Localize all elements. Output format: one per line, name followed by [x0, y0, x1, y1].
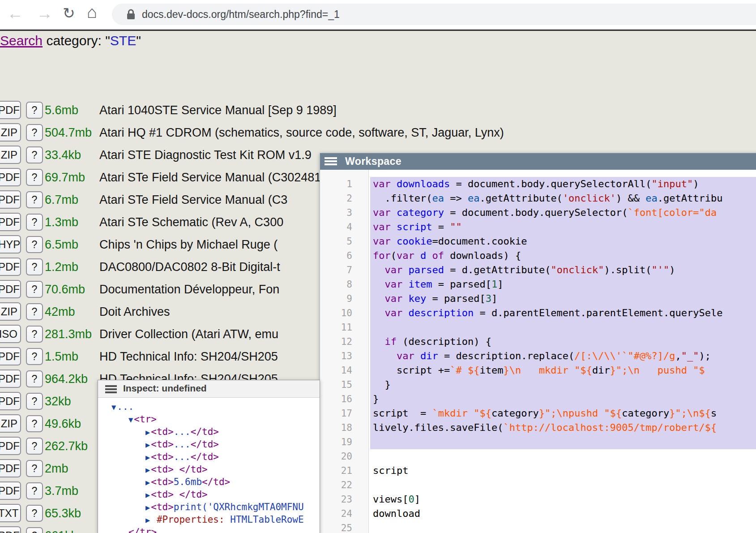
line-number: 16 — [320, 392, 368, 406]
filetype-button[interactable]: ISO — [0, 325, 21, 343]
file-size: 42mb — [45, 305, 75, 319]
home-icon[interactable]: ⌂ — [87, 1, 97, 23]
file-title: Chips 'n Chips by Michael Ruge ( — [99, 238, 278, 252]
refresh-icon[interactable]: ↻ — [63, 3, 75, 24]
help-button[interactable]: ? — [26, 102, 43, 119]
filetype-button[interactable]: PDF — [0, 459, 21, 477]
code-line[interactable]: } — [370, 378, 756, 392]
help-button[interactable]: ? — [26, 393, 43, 410]
code-line[interactable]: var downloads = document.body.querySelec… — [370, 177, 756, 191]
code-line[interactable]: var key = parsed[3] — [370, 292, 756, 306]
code-line[interactable] — [370, 449, 756, 464]
code-line[interactable]: script = `mkdir "${category}";\npushd "$… — [370, 406, 756, 421]
help-button[interactable]: ? — [26, 214, 43, 231]
code-line[interactable]: var item = parsed[1] — [370, 277, 756, 292]
expand-arrow-icon[interactable]: ▶ — [145, 465, 150, 474]
expand-arrow-icon[interactable]: ▶ — [145, 428, 150, 437]
filetype-button[interactable]: ZIP — [0, 123, 21, 142]
help-button[interactable]: ? — [26, 124, 43, 141]
code-line[interactable]: var dir = description.replace(/[:\/\\'`"… — [370, 349, 756, 363]
code-line[interactable]: } — [370, 392, 756, 406]
help-button[interactable]: ? — [26, 370, 43, 387]
workspace-titlebar[interactable]: Workspace — [320, 153, 756, 170]
help-button[interactable]: ? — [26, 505, 43, 522]
filetype-button[interactable]: ZIP — [0, 302, 21, 321]
expand-arrow-icon[interactable]: ▶ — [145, 516, 150, 524]
help-button[interactable]: ? — [26, 482, 43, 499]
expand-arrow-icon[interactable]: ▶ — [145, 478, 150, 487]
help-button[interactable]: ? — [26, 191, 43, 208]
filetype-button[interactable]: PDF — [0, 190, 21, 209]
help-button[interactable]: ? — [26, 326, 43, 343]
line-number: 25 — [320, 521, 368, 533]
help-button[interactable]: ? — [26, 146, 43, 163]
url-text: docs.dev-docs.org/htm/search.php?find=_1 — [142, 9, 340, 21]
code-line[interactable]: var category = document.body.querySelect… — [370, 206, 756, 220]
code-line[interactable] — [370, 478, 756, 492]
editor-gutter: 1234567891011121314151617181920212223242… — [320, 170, 369, 533]
code-line[interactable]: var script = "" — [370, 220, 756, 234]
help-button[interactable]: ? — [26, 236, 43, 253]
code-line[interactable]: script — [370, 464, 756, 478]
file-size: 65.3kb — [45, 507, 81, 520]
code-line[interactable]: download — [370, 507, 756, 521]
code-line[interactable]: for(var d of downloads) { — [370, 249, 756, 263]
collapse-arrow-icon[interactable]: ▼ — [111, 403, 116, 412]
menu-icon[interactable] — [325, 157, 337, 167]
help-button[interactable]: ? — [26, 348, 43, 365]
help-button[interactable]: ? — [26, 527, 43, 533]
search-link[interactable]: Search — [0, 33, 43, 48]
filetype-button[interactable]: PDF — [0, 258, 21, 276]
collapse-arrow-icon[interactable]: ▼ — [128, 415, 133, 424]
file-size: 262.7kb — [45, 439, 88, 453]
file-row: ZIP?504.7mbAtari HQ #1 CDROM (schematics… — [0, 121, 756, 143]
expand-arrow-icon[interactable]: ▶ — [145, 490, 150, 499]
expand-arrow-icon[interactable]: ▶ — [145, 440, 150, 449]
help-button[interactable]: ? — [26, 169, 43, 186]
code-editor[interactable]: 1234567891011121314151617181920212223242… — [320, 170, 756, 533]
help-button[interactable]: ? — [26, 258, 43, 275]
address-bar[interactable]: docs.dev-docs.org/htm/search.php?find=_1 — [112, 4, 756, 25]
filetype-button[interactable]: ZIP — [0, 146, 21, 164]
help-button[interactable]: ? — [26, 303, 43, 320]
filetype-button[interactable]: PDF — [0, 347, 21, 365]
back-icon[interactable]: ← — [7, 3, 23, 24]
forward-icon[interactable]: → — [37, 3, 53, 24]
filetype-button[interactable]: PDF — [0, 370, 21, 388]
filetype-button[interactable]: HYP — [0, 235, 21, 254]
code-line[interactable]: var parsed = d.getAttribute("onclick").s… — [370, 263, 756, 277]
help-button[interactable]: ? — [26, 281, 43, 298]
filetype-button[interactable]: PDF — [0, 168, 21, 186]
menu-icon[interactable] — [105, 385, 117, 395]
inspector-titlebar[interactable]: Inspect: undefined — [98, 380, 320, 398]
code-line[interactable]: .filter(ea => ea.getAttribute('onclick')… — [370, 191, 756, 206]
line-number: 21 — [320, 464, 368, 478]
filetype-button[interactable]: PDF — [0, 101, 21, 119]
code-line[interactable]: script +=`# ${item}\n mkdir "${dir}";\n … — [370, 363, 756, 378]
help-button[interactable]: ? — [26, 438, 43, 455]
filetype-button[interactable]: PDF — [0, 481, 21, 500]
filetype-button[interactable]: PDF — [0, 437, 21, 455]
filetype-button[interactable]: ZIP — [0, 414, 21, 433]
filetype-button[interactable]: PDF — [0, 526, 21, 533]
code-line[interactable]: lively.files.saveFile(`http://localhost:… — [370, 421, 756, 435]
filetype-button[interactable]: PDF — [0, 392, 21, 410]
editor-code-area[interactable]: var downloads = document.body.querySelec… — [369, 170, 756, 533]
filetype-button[interactable]: TXT — [0, 504, 21, 522]
inspector-title: Inspect: undefined — [123, 383, 207, 394]
expand-arrow-icon[interactable]: ▶ — [145, 503, 150, 512]
expand-arrow-icon[interactable]: ▶ — [145, 453, 150, 462]
code-line[interactable]: views[0] — [370, 492, 756, 507]
code-line[interactable] — [370, 320, 756, 335]
filetype-button[interactable]: PDF — [0, 280, 21, 298]
code-line[interactable]: var cookie=document.cookie — [370, 234, 756, 249]
code-line[interactable]: if (description) { — [370, 335, 756, 349]
help-button[interactable]: ? — [26, 460, 43, 477]
code-line[interactable] — [370, 435, 756, 449]
code-line[interactable]: var description = d.parentElement.parent… — [370, 306, 756, 320]
filetype-button[interactable]: PDF — [0, 213, 21, 231]
category-label: category: — [43, 33, 105, 48]
code-line[interactable] — [370, 521, 756, 533]
help-button[interactable]: ? — [26, 415, 43, 432]
file-size: 49.6kb — [45, 417, 81, 431]
